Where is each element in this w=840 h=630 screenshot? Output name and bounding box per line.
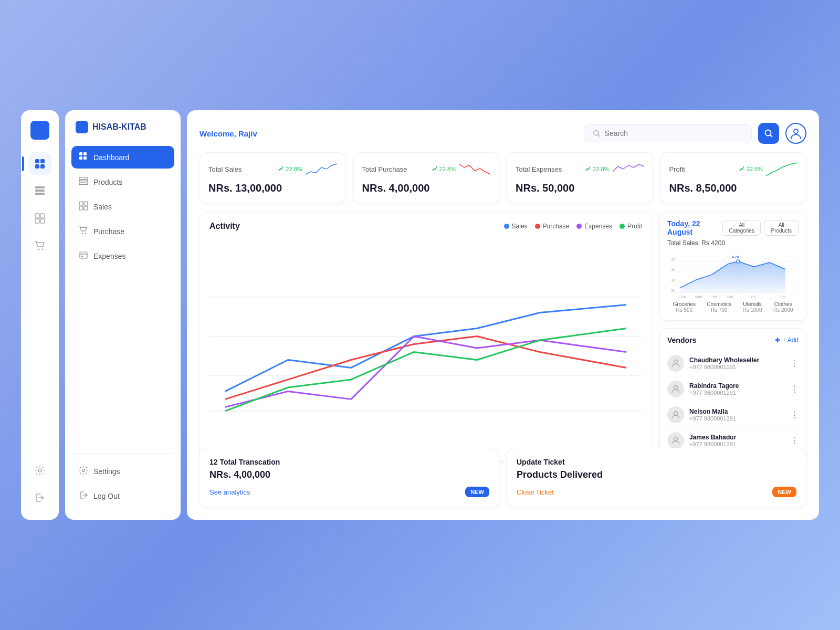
see-analytics-link[interactable]: See analytics <box>209 488 250 496</box>
legend-label-sales: Sales <box>512 223 528 230</box>
svg-rect-3 <box>40 164 45 169</box>
svg-rect-23 <box>79 206 83 210</box>
add-label: + Add <box>782 337 799 344</box>
sidebar-item-expenses[interactable]: Expenses <box>71 245 174 267</box>
icon-nav-purchase[interactable] <box>28 234 51 257</box>
stat-total-expenses-value: NRs. 50,000 <box>516 182 644 194</box>
svg-rect-17 <box>83 156 87 160</box>
legend-profit: Profit <box>620 223 642 230</box>
stat-total-purchase-value: NRs. 4,00,000 <box>362 182 491 194</box>
svg-point-26 <box>85 233 86 234</box>
svg-point-11 <box>38 249 40 250</box>
sidebar-logout-label: Log Out <box>93 492 120 500</box>
icon-nav-logout[interactable] <box>28 486 51 509</box>
vendor-info-1: Rabindra Tagore +977 9800001291 <box>689 382 785 396</box>
search-button[interactable] <box>758 123 779 144</box>
icon-nav-dashboard[interactable] <box>28 152 51 175</box>
middle-row: Activity Sales Purchase Expenses <box>200 212 806 439</box>
vendors-list: Chaudhary Wholeseller +977 9800001291 ⋮ … <box>667 351 799 453</box>
sidebar-item-dashboard[interactable]: Dashboard <box>71 146 174 169</box>
svg-rect-22 <box>84 202 88 205</box>
icon-nav-products[interactable] <box>28 180 51 203</box>
activity-legend: Sales Purchase Expenses Profit <box>504 223 642 230</box>
ticket-footer: Close Ticket NEW <box>517 487 796 497</box>
vendor-item-2: Nelson Malla +977 9800001291 ⋮ <box>667 402 799 428</box>
category-utensils: Utensils Rs 1000 <box>742 301 762 313</box>
icon-nav-sales[interactable] <box>28 207 51 230</box>
stat-card-profit: Profit 22.8% NRs. 8,50,000 <box>660 152 807 203</box>
svg-rect-20 <box>79 183 88 185</box>
vendor-menu-3[interactable]: ⋮ <box>790 436 799 446</box>
brand: HISAB-KITAB <box>71 121 174 133</box>
app-wrapper: HISAB-KITAB Dashboard Produ <box>0 0 840 630</box>
svg-text:Tue: Tue <box>711 295 717 298</box>
svg-text:5k: 5k <box>671 257 675 261</box>
svg-rect-27 <box>80 252 87 258</box>
stat-profit-badge: 22.8% <box>739 166 763 172</box>
svg-point-55 <box>674 412 678 415</box>
svg-rect-24 <box>84 206 88 210</box>
sidebar-dashboard-label: Dashboard <box>93 153 130 162</box>
sidebar-item-purchase[interactable]: Purchase <box>71 220 174 243</box>
vendor-info-0: Chaudhary Wholeseller +977 9800001291 <box>689 356 785 370</box>
sidebar-item-logout[interactable]: Log Out <box>71 485 174 507</box>
welcome-text: Welcome, Rajiv <box>200 129 257 138</box>
filter-all-products[interactable]: All Products <box>764 220 799 236</box>
svg-point-32 <box>794 129 798 133</box>
sidebar-item-settings[interactable]: Settings <box>71 460 174 482</box>
svg-point-29 <box>82 469 85 472</box>
main-sidebar: HISAB-KITAB Dashboard Produ <box>65 110 181 520</box>
ticket-card: Update Ticket Products Delivered Close T… <box>507 448 806 507</box>
vendor-menu-1[interactable]: ⋮ <box>790 384 799 394</box>
category-clothes: Clothes Rs 2000 <box>773 301 793 313</box>
vendor-name-1: Rabindra Tagore <box>689 382 785 390</box>
category-utensils-value: Rs 1000 <box>742 307 762 313</box>
vendor-phone-2: +977 9800001291 <box>689 415 785 422</box>
today-title: Today, 22 August <box>667 219 722 236</box>
svg-point-53 <box>674 360 678 364</box>
svg-text:Sun: Sun <box>679 295 686 298</box>
area-chart-wrap: 5k 4k 3k 2k 4.2k Sun <box>667 251 799 298</box>
svg-text:4.2k: 4.2k <box>732 255 739 259</box>
search-input-wrap[interactable] <box>584 124 752 142</box>
stat-total-purchase-label: Total Purchase <box>362 165 407 173</box>
svg-rect-21 <box>79 202 83 205</box>
settings-icon <box>79 466 88 477</box>
vendors-title: Vendors <box>667 336 696 344</box>
svg-point-12 <box>42 249 44 250</box>
vendor-menu-2[interactable]: ⋮ <box>790 410 799 420</box>
icon-sidebar <box>21 110 59 520</box>
sidebar-item-sales[interactable]: Sales <box>71 195 174 218</box>
legend-dot-sales <box>504 224 509 229</box>
legend-dot-profit <box>620 224 625 229</box>
main-content: Welcome, Rajiv <box>187 110 819 520</box>
sidebar-item-products[interactable]: Products <box>71 171 174 193</box>
user-avatar-button[interactable] <box>785 123 806 144</box>
close-ticket-button[interactable]: Close Ticket <box>517 488 554 496</box>
activity-chart-svg <box>209 237 642 451</box>
svg-point-45 <box>737 260 740 263</box>
category-groceries-name: Groceries <box>673 301 696 307</box>
search-input[interactable] <box>605 129 743 138</box>
transaction-amount: NRs. 4,00,000 <box>209 469 489 480</box>
legend-purchase: Purchase <box>535 223 570 230</box>
category-clothes-value: Rs 2000 <box>773 307 793 313</box>
svg-rect-28 <box>81 256 83 257</box>
legend-expenses: Expenses <box>576 223 612 230</box>
logout-icon <box>79 490 88 501</box>
stat-total-expenses-chart <box>613 161 644 177</box>
category-groceries-value: Rs 500 <box>673 307 696 313</box>
svg-text:4k: 4k <box>671 268 675 271</box>
welcome-user: Rajiv <box>238 129 257 138</box>
icon-nav-settings[interactable] <box>28 459 51 482</box>
stat-total-sales-label: Total Sales <box>208 165 242 173</box>
purchase-icon <box>79 226 88 237</box>
svg-rect-14 <box>79 152 82 155</box>
stat-profit-chart <box>766 161 797 177</box>
add-vendor-button[interactable]: ✚ + Add <box>775 337 799 344</box>
filter-all-categories[interactable]: All Categories <box>722 220 761 236</box>
vendor-menu-0[interactable]: ⋮ <box>790 359 799 369</box>
vendor-name-0: Chaudhary Wholeseller <box>689 356 785 364</box>
svg-text:Sat: Sat <box>780 295 786 298</box>
svg-text:2k: 2k <box>671 289 675 292</box>
